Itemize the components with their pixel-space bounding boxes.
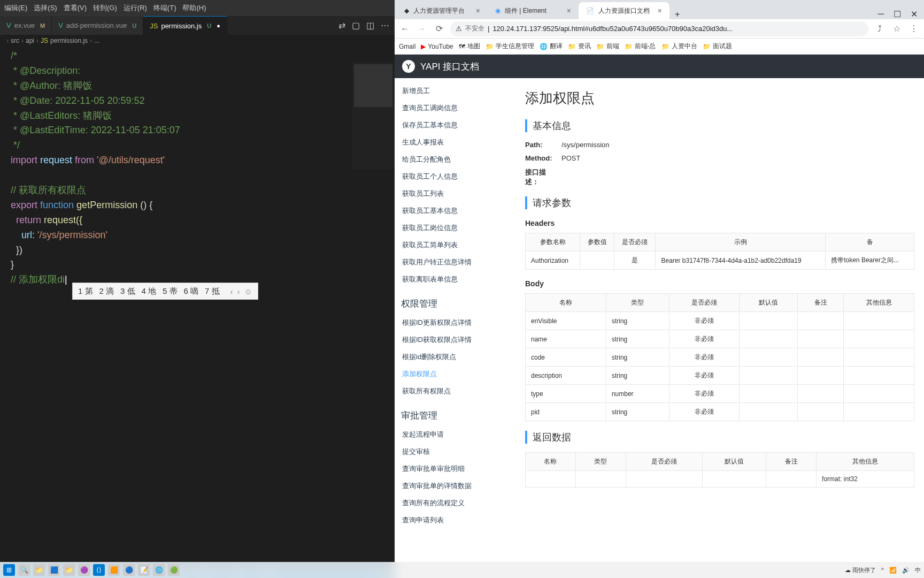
sidebar-item[interactable]: 获取员工简单列表 [395, 237, 515, 254]
menu-terminal[interactable]: 终端(T) [153, 3, 176, 13]
sidebar-item[interactable]: 根据ID获取权限点详情 [395, 331, 515, 348]
tray-icon[interactable]: ^ [881, 567, 884, 573]
sidebar-category[interactable]: 权限管理 [395, 288, 515, 314]
sidebar-item[interactable]: 查询审批单的详情数据 [395, 477, 515, 495]
bookmark-item[interactable]: ▶YouTube [421, 43, 453, 50]
bookmark-item[interactable]: 📁前端-总 [625, 42, 656, 51]
breadcrumb-item[interactable]: api [26, 37, 34, 44]
taskbar-app[interactable]: 🟦 [48, 564, 60, 576]
taskbar-app[interactable]: 🔵 [123, 564, 135, 576]
sidebar-item[interactable]: 获取员工列表 [395, 185, 515, 202]
tab-add-permission[interactable]: V add-permission.vue U [52, 16, 143, 35]
tab-permission-js[interactable]: JS permission.js U ● [143, 16, 227, 35]
reload-button[interactable]: ⟳ [433, 23, 445, 35]
taskbar-app[interactable]: 🔍 [18, 564, 30, 576]
menu-select[interactable]: 选择(S) [34, 3, 57, 13]
sidebar-item-active[interactable]: 添加权限点 [395, 366, 515, 383]
breadcrumb[interactable]: › src › api › JS permission.js › ... [0, 35, 395, 47]
yapi-sidebar[interactable]: 新增员工 查询员工调岗信息 保存员工基本信息 生成人事报表 给员工分配角色 获取… [395, 78, 515, 578]
sidebar-category[interactable]: 审批管理 [395, 400, 515, 426]
taskbar-app[interactable]: 📁 [63, 564, 75, 576]
close-icon[interactable]: × [658, 6, 662, 15]
taskbar-app[interactable]: 📝 [138, 564, 150, 576]
taskbar[interactable]: ⊞ 🔍 📁 🟦 📁 🟣 ⟨⟩ 🟧 🔵 📝 🌐 🟢 ☁ 雨快停了 ^ 📶 🔊 中 [0, 562, 924, 578]
smile-icon[interactable]: ☺ [244, 287, 252, 296]
tab-ex-vue[interactable]: V ex.vue M [0, 16, 52, 35]
new-tab-button[interactable]: + [669, 10, 685, 19]
split-icon[interactable]: ◫ [366, 20, 374, 31]
sidebar-item[interactable]: 查询审批单审批明细 [395, 460, 515, 477]
browser-tab-active[interactable]: 📄 人力资源接口文档 × [579, 2, 669, 19]
sidebar-item[interactable]: 获取所有权限点 [395, 383, 515, 400]
minimap[interactable] [352, 62, 395, 169]
sidebar-item[interactable]: 获取离职表单信息 [395, 271, 515, 288]
bookmark-item[interactable]: 📁面试题 [703, 42, 732, 51]
breadcrumb-item[interactable]: src [11, 37, 19, 44]
sidebar-item[interactable]: 查询员工调岗信息 [395, 100, 515, 117]
maximize-icon[interactable]: ☐ [894, 9, 901, 19]
sidebar-item[interactable]: 根据id删除权限点 [395, 348, 515, 366]
taskbar-app[interactable]: 🟣 [78, 564, 90, 576]
share-icon[interactable]: ⤴ [874, 23, 886, 35]
sidebar-item[interactable]: 查询申请列表 [395, 512, 515, 529]
sidebar-item[interactable]: 获取用户转正信息详情 [395, 254, 515, 271]
taskbar-app[interactable]: 📁 [33, 564, 45, 576]
tray-icon[interactable]: 📶 [889, 567, 897, 574]
menu-help[interactable]: 帮助(H) [182, 3, 206, 13]
ime-candidate[interactable]: 5 蒂 [163, 286, 178, 296]
menu-view[interactable]: 查看(V) [64, 3, 87, 13]
taskbar-app[interactable]: 🌐 [153, 564, 165, 576]
sidebar-item[interactable]: 生成人事报表 [395, 134, 515, 151]
sidebar-item[interactable]: 根据ID更新权限点详情 [395, 314, 515, 331]
star-icon[interactable]: ☆ [891, 23, 903, 35]
minimize-icon[interactable]: ─ [878, 9, 884, 19]
menu-goto[interactable]: 转到(G) [93, 3, 117, 13]
sidebar-item[interactable]: 获取员工岗位信息 [395, 219, 515, 237]
close-icon[interactable]: ✕ [911, 9, 918, 19]
breadcrumb-item[interactable]: permission.js [50, 37, 88, 44]
prev-icon[interactable]: ‹ [230, 287, 233, 296]
code-editor[interactable]: /* * @Description: * @Author: 猪脚饭 * @Dat… [0, 47, 395, 565]
ime-candidate[interactable]: 2 滴 [99, 286, 114, 296]
bookmark-item[interactable]: 🌐翻译 [540, 42, 563, 51]
taskbar-app[interactable]: ⟨⟩ [93, 564, 105, 576]
next-icon[interactable]: › [237, 287, 240, 296]
sidebar-item[interactable]: 查询所有的流程定义 [395, 495, 515, 512]
sidebar-item[interactable]: 提交审核 [395, 443, 515, 460]
back-button[interactable]: ← [399, 23, 411, 35]
weather-widget[interactable]: ☁ 雨快停了 [845, 566, 876, 574]
close-icon[interactable]: × [567, 6, 571, 15]
sidebar-item[interactable]: 获取员工基本信息 [395, 202, 515, 219]
sidebar-item[interactable]: 保存员工基本信息 [395, 117, 515, 134]
sidebar-item[interactable]: 发起流程申请 [395, 426, 515, 443]
sidebar-item[interactable]: 给员工分配角色 [395, 151, 515, 168]
menu-run[interactable]: 运行(R) [124, 3, 147, 13]
bookmark-item[interactable]: 🗺地图 [459, 42, 480, 51]
browser-tab[interactable]: ◆ 人力资源管理平台 × [397, 2, 488, 19]
bookmark-item[interactable]: 📁学生信息管理 [486, 42, 534, 51]
sidebar-item[interactable]: 新增员工 [395, 82, 515, 100]
forward-button[interactable]: → [416, 23, 428, 35]
bookmark-item[interactable]: 📁前端 [596, 42, 619, 51]
taskbar-app[interactable]: 🟢 [168, 564, 180, 576]
ime-candidate[interactable]: 1 第 [78, 286, 93, 296]
more-icon[interactable]: ⋯ [381, 20, 389, 31]
ime-candidate[interactable]: 6 嘀 [184, 286, 199, 296]
compare-icon[interactable]: ⇄ [338, 20, 345, 31]
tray-icon[interactable]: 🔊 [902, 567, 910, 574]
sidebar-item[interactable]: 获取员工个人信息 [395, 168, 515, 185]
run-icon[interactable]: ▢ [352, 20, 360, 31]
ime-candidates[interactable]: 1 第 2 滴 3 低 4 地 5 蒂 6 嘀 7 抵 ‹ › ☺ [72, 283, 258, 300]
ime-candidate[interactable]: 3 低 [120, 286, 135, 296]
menu-edit[interactable]: 编辑(E) [4, 3, 27, 13]
breadcrumb-item[interactable]: ... [94, 37, 99, 44]
taskbar-app[interactable]: 🟧 [108, 564, 120, 576]
bookmark-item[interactable]: Gmail [399, 43, 415, 50]
browser-tab[interactable]: ◉ 组件 | Element × [488, 2, 579, 19]
start-button[interactable]: ⊞ [3, 564, 15, 576]
bookmark-item[interactable]: 📁人资中台 [661, 42, 697, 51]
ime-candidate[interactable]: 7 抵 [205, 286, 220, 296]
tray-icon[interactable]: 中 [915, 566, 921, 574]
close-icon[interactable]: × [476, 6, 480, 15]
address-bar[interactable]: ⚠ 不安全 | 120.24.171.137:9525/api.html#u6d… [450, 21, 868, 36]
